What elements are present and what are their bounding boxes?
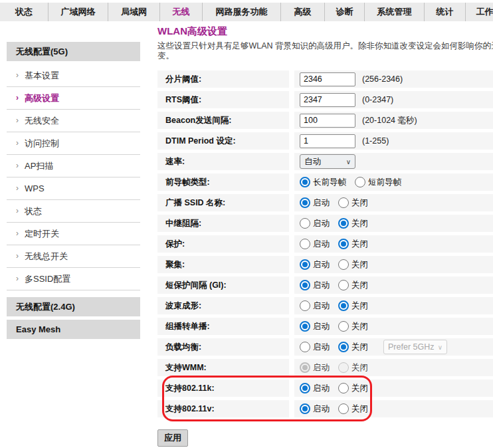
radio-option-1[interactable] [300,280,310,290]
sidebar-item-2[interactable]: ›高级设置 [7,87,140,110]
row-label: 负载均衡: [157,338,289,356]
radio-option-label[interactable]: 关闭 [351,197,368,209]
radio-group: 启动关闭 [300,239,377,250]
radio-option-1[interactable] [300,300,310,311]
sidebar: 无线配置(5G)›基本设置›高级设置›无线安全›访问控制›AP扫描›WPS›状态… [7,42,140,342]
sidebar-item-label: 高级设置 [25,87,59,109]
radio-option-label[interactable]: 关闭 [351,259,368,271]
row-hint: (0-2347) [362,95,393,104]
radio-option-2[interactable] [338,403,349,414]
radio-option-label[interactable]: 启动 [313,280,330,291]
radio-option-1[interactable] [300,197,310,208]
radio-option-1[interactable] [300,342,310,352]
radio-option-label[interactable]: 启动 [313,218,330,229]
row-label: 聚集: [157,256,289,273]
sidebar-item-6[interactable]: ›WPS [7,177,140,200]
radio-option-1[interactable] [300,403,310,414]
radio-option-label[interactable]: 长前导帧 [313,177,346,188]
row-input[interactable] [300,93,355,107]
sidebar-item-3[interactable]: ›无线安全 [7,110,140,132]
radio-option-label[interactable]: 关闭 [351,383,368,394]
radio-option-1[interactable] [300,321,310,332]
row-label: 波束成形: [157,297,289,314]
radio-option-2[interactable] [355,177,365,187]
radio-option-1[interactable] [300,239,310,249]
radio-option-label[interactable]: 启动 [313,239,330,250]
radio-option-2[interactable] [338,218,349,229]
radio-option-2[interactable] [338,259,349,270]
form-row-4: DTIM Period 设定:(1-255) [157,132,493,150]
nav-tab-1[interactable]: 状态 [0,3,48,21]
row-input[interactable] [300,72,355,86]
sidebar-item-7[interactable]: ›状态 [7,200,140,223]
radio-option-label[interactable]: 启动 [313,403,330,415]
sidebar-item-9[interactable]: ›无线总开关 [7,245,140,268]
radio-option-1[interactable] [300,177,310,187]
radio-option-1[interactable] [300,383,310,393]
chevron-right-icon: › [16,132,19,154]
apply-button[interactable]: 应用 [157,429,188,447]
sidebar-section-header-2[interactable]: 无线配置(2.4G) [7,297,140,316]
nav-tab-5[interactable]: 网路服务功能 [202,3,280,21]
radio-option-label[interactable]: 关闭 [351,321,368,332]
radio-option-label[interactable]: 启动 [313,321,330,332]
nav-tab-2[interactable]: 广域网络 [48,3,108,21]
radio-option-2[interactable] [338,342,349,352]
sidebar-item-1[interactable]: ›基本设置 [7,64,140,87]
radio-group: 启动关闭 [300,403,377,415]
radio-option-2[interactable] [338,383,349,393]
radio-option-2[interactable] [338,197,349,208]
radio-option-label[interactable]: 启动 [313,259,330,271]
radio-group: 启动关闭 [300,362,377,374]
nav-tab-4[interactable]: 无线 [159,3,202,21]
radio-option-label[interactable]: 关闭 [351,403,368,415]
radio-option-label[interactable]: 关闭 [351,239,368,250]
nav-tab-3[interactable]: 局域网 [108,3,159,21]
radio-option-label[interactable]: 短前导帧 [368,177,401,188]
sidebar-item-10[interactable]: ›多SSID配置 [7,268,140,290]
sidebar-item-8[interactable]: ›定时开关 [7,223,140,245]
radio-group: 启动关闭 [300,300,377,312]
row-input[interactable] [300,134,355,148]
radio-option-2[interactable] [338,321,349,332]
radio-option-2[interactable] [338,280,349,290]
settings-form: 分片阈值:(256-2346)RTS阈值:(0-2347)Beacon发送间隔:… [157,70,493,417]
radio-option-label: 启动 [313,362,330,374]
radio-group: 启动关闭 [300,321,377,332]
form-row-1: 分片阈值:(256-2346) [157,70,493,88]
radio-option-label[interactable]: 关闭 [351,280,368,291]
row-value: 启动关闭 [294,256,493,273]
form-row-13: 组播转单播:启动关闭 [157,318,493,335]
radio-option-label[interactable]: 关闭 [351,300,368,312]
row-label: 分片阈值: [157,70,289,88]
radio-option-1[interactable] [300,218,310,229]
row-label: Beacon发送间隔: [157,112,289,129]
radio-option-label[interactable]: 启动 [313,300,330,312]
form-row-17: 支持802.11v:启动关闭 [157,400,493,417]
row-label: 前导帧类型: [157,173,289,191]
radio-option-label[interactable]: 启动 [313,197,330,209]
nav-tab-9[interactable]: 统计 [424,3,465,21]
sidebar-section-header-1[interactable]: 无线配置(5G) [7,42,140,61]
row-value: 启动关闭 [294,297,493,314]
radio-option-label[interactable]: 关闭 [351,342,368,353]
sidebar-item-4[interactable]: ›访问控制 [7,132,140,155]
rate-select[interactable]: 自动∨ [300,154,355,169]
row-input[interactable] [300,114,355,128]
radio-option-label[interactable]: 启动 [313,383,330,394]
sidebar-item-5[interactable]: ›AP扫描 [7,155,140,177]
radio-option-label[interactable]: 关闭 [351,218,368,229]
sidebar-item-list: ›基本设置›高级设置›无线安全›访问控制›AP扫描›WPS›状态›定时开关›无线… [7,64,140,290]
radio-option-label[interactable]: 启动 [313,342,330,353]
radio-option-1[interactable] [300,259,310,270]
nav-tab-10[interactable]: 工作 [465,3,493,21]
nav-tab-6[interactable]: 高级 [280,3,324,21]
sidebar-section-header-3[interactable]: Easy Mesh [7,320,140,339]
main-content: WLAN高级设置 这些设置只针对具有足够WLAN 背景知识的高级用户。除非你知道… [157,25,493,447]
nav-tab-8[interactable]: 系统管理 [364,3,424,21]
radio-option-2[interactable] [338,239,349,249]
nav-tab-7[interactable]: 诊断 [324,3,364,21]
radio-option-2[interactable] [338,300,349,311]
row-value: (20-1024 毫秒) [294,112,493,129]
sidebar-item-label: 无线安全 [25,110,59,132]
